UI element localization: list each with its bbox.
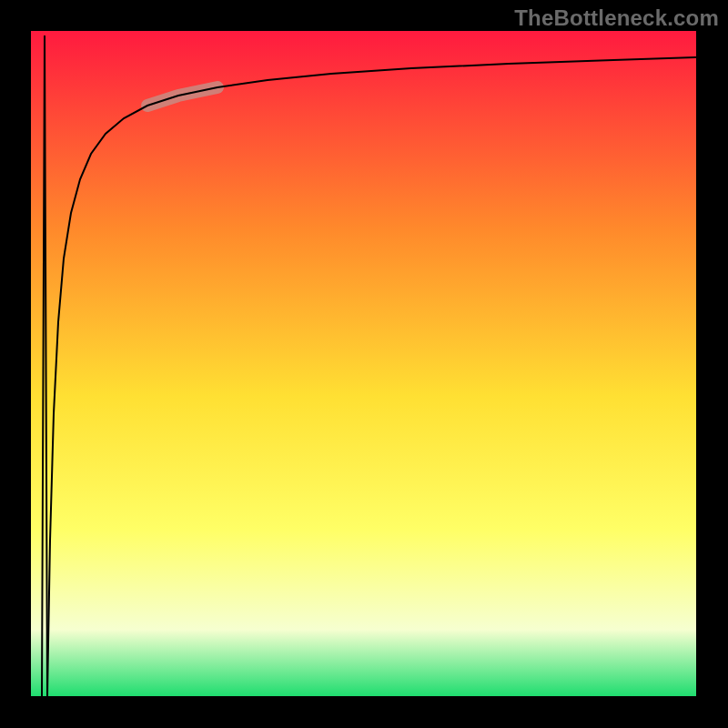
plot-svg [0,0,728,728]
chart-canvas: TheBottleneck.com [0,0,728,728]
watermark-text: TheBottleneck.com [514,5,719,31]
gradient-panel [31,31,696,696]
